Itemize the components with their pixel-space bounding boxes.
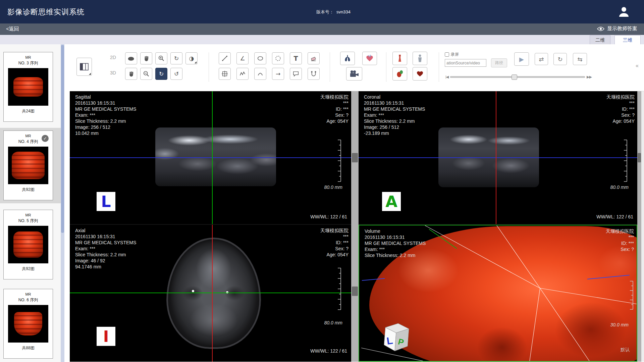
zoom-in-2d-button[interactable] [155,52,167,64]
viewport-volume-3d[interactable]: L P Volume 20161130 16:15:31 MR GE MEDIC… [359,225,637,362]
crosshair-button[interactable] [219,68,231,80]
crosshair-vertical-red[interactable] [496,91,496,224]
loop-mode-button[interactable]: ⇄ [535,53,548,65]
vp-image-index: Image: 46 / 92 [75,258,136,264]
render-preset-label[interactable]: 默认 [621,347,630,353]
slice-scroll-handle[interactable] [352,287,358,296]
crosshair-vertical-green[interactable] [212,91,213,224]
vp-image-index: Image: 256 / 512 [75,124,136,130]
right-slice-scrollbar[interactable] [637,91,641,362]
timeline-handle[interactable] [512,74,517,80]
back-button[interactable]: <返回 [6,26,19,32]
angle-measure-button[interactable]: ∠ [236,52,249,64]
swap-direction-button[interactable]: ⇆ [573,53,587,65]
series-card-no6[interactable]: MR NO. 6 序列 共88图 [3,289,53,359]
slice-scroll-handle[interactable] [638,153,641,162]
show-answer-label: 显示教师答案 [607,25,637,32]
sidebar-scrollbar-thumb[interactable] [61,45,64,233]
reset-rotation-3d-button[interactable]: ↺ [170,68,182,80]
user-avatar-button[interactable] [616,4,631,19]
arc-measure-button[interactable] [254,68,266,80]
pan-2d-button[interactable] [140,52,152,64]
heart-vessels-button[interactable] [362,52,377,65]
crosshair-horizontal-blue[interactable] [359,157,637,158]
orientation-cube[interactable]: L P [377,320,412,355]
record-screen-option: 录屏 [445,52,459,57]
zoom-3d-button[interactable] [140,68,152,80]
video-source-input[interactable] [445,59,486,67]
larynx-view-button[interactable] [392,52,407,65]
series-image-count: 共92图 [22,187,34,193]
rotate-2d-button[interactable]: ↻ [170,52,182,64]
text-annotation-button[interactable]: T [290,52,302,64]
arrow-annotation-button[interactable]: → [272,68,284,80]
eye-icon [597,27,604,31]
sagittal-image [155,127,276,186]
dicom-overlay-right: 天堰模拟医院 *** ID: *** Sex: ? Age: 054Y [320,94,348,124]
crosshair-vertical-red[interactable] [212,225,213,362]
profile-curve-button[interactable] [236,68,249,80]
tab-3d[interactable]: 三维 [614,35,641,44]
collapse-toolbar-button[interactable]: « [634,62,641,69]
series-modality: MR [25,213,31,217]
timeline-start-icon[interactable]: |◀ [445,75,448,79]
timeline-end-icon[interactable]: ▶▶ [587,75,592,79]
tab-2d[interactable]: 二维 [590,35,610,44]
vp-hospital: 天堰模拟医院 [320,94,348,100]
viewport-sagittal[interactable]: Sagittal 20161130 16:15:31 MR GE MEDICAL… [70,91,351,224]
vp-datetime: 20161130 16:15:31 [75,234,136,240]
window-level-2d-button[interactable]: ◑ [185,52,198,64]
record-screen-checkbox[interactable] [445,52,449,57]
scale-ruler [336,267,342,311]
dicom-overlay-left: Volume 20161130 16:15:31 MR GE MEDICAL S… [365,228,426,258]
timeline-track[interactable] [450,76,585,78]
rotate-loop-button[interactable]: ↻ [553,53,567,65]
freehand-roi-button[interactable] [272,52,284,64]
body-3d-view-button[interactable] [413,52,427,65]
orientation-marker: A [382,192,401,211]
dropdown-corner [195,61,197,63]
spline-measure-button[interactable] [308,68,320,80]
viewport-coronal[interactable]: Coronal 20161130 16:15:31 MR GE MEDICAL … [359,91,637,224]
eraser-icon [310,55,317,62]
vp-hospital: 天堰模拟医院 [606,94,635,100]
vp-image-index: Image: 256 / 512 [364,124,425,130]
heart-3d-view-button[interactable] [413,67,427,81]
larynx-icon [396,54,404,63]
series-card-no3[interactable]: MR NO. 3 序列 共24图 [3,52,53,122]
rotate-3d-button[interactable]: ↻ [155,68,167,80]
slab-ellipse-2d-button[interactable]: ● [125,52,137,64]
organs-3d-view-button[interactable] [392,67,407,81]
pan-3d-button[interactable] [125,68,137,80]
ellipse-roi-button[interactable] [254,52,266,64]
line-measure-button[interactable] [219,52,231,64]
camera-record-button[interactable] [346,67,362,81]
orientation-marker: L [97,192,115,211]
layout-button[interactable] [76,58,92,76]
vp-thickness: Slice Thickness: 2.2 mm [364,118,425,124]
slice-scroll-handle[interactable] [352,153,358,162]
viewer-right-margin [641,91,644,362]
vp-stars: *** [606,100,635,106]
label-2d: 2D [110,55,116,60]
center-slice-scrollbar[interactable] [351,91,359,362]
crosshair-horizontal-green[interactable] [70,293,351,293]
comment-annotation-button[interactable] [290,68,302,80]
series-title: NO. 5 序列 [18,218,38,224]
lungs-view-button[interactable] [340,52,355,65]
path-button[interactable]: 路径 [491,58,507,67]
show-answer-button[interactable]: 显示教师答案 [597,25,637,32]
vp-device: MR GE MEDICAL SYSTEMS [75,240,136,246]
play-button[interactable]: ▶ [514,52,529,66]
toolbar-separator [439,52,439,82]
crosshair-horizontal-blue[interactable] [70,157,351,158]
thumbnail-volume-shape [13,77,43,97]
eraser-button[interactable] [308,52,320,64]
animation-timeline: |◀ ▶▶ [445,74,592,80]
vp-exam: Exam: *** [364,112,425,118]
viewport-axial[interactable]: Axial 20161130 16:15:31 MR GE MEDICAL SY… [70,225,351,362]
scale-ruler [623,139,628,183]
series-card-no5[interactable]: MR NO. 5 序列 共92图 [3,210,53,279]
sidebar-scrollbar[interactable] [61,44,64,362]
orientation-marker: I [97,327,115,346]
